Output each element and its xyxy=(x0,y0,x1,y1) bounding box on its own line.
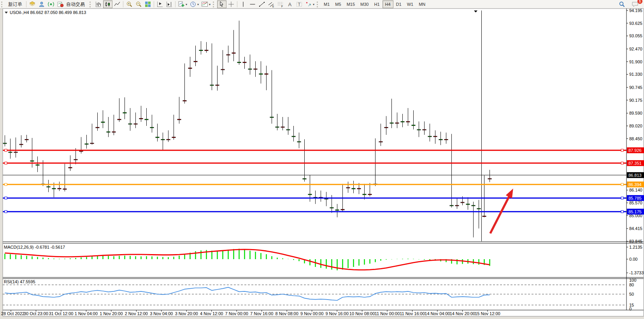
price-tick-label: 91.900 xyxy=(629,59,642,64)
price-badge: 85.175 xyxy=(627,209,644,214)
svg-text:87.351: 87.351 xyxy=(628,161,642,166)
date-label: 2 Nov 12:00 xyxy=(125,311,148,316)
price-tick-label: 85.570 xyxy=(629,200,642,205)
rsi-tick-label: 100 xyxy=(629,278,636,282)
date-label: 8 Nov 08:00 xyxy=(275,311,298,316)
date-label: 9 Nov 16:00 xyxy=(325,311,348,316)
macd-tick-label: 0.00 xyxy=(629,257,637,261)
date-label: 7 Nov 00:00 xyxy=(225,311,248,316)
date-label: 14 Nov 20:00 xyxy=(450,311,475,316)
price-tick-label: 84.415 xyxy=(629,226,642,231)
price-tick-label: 91.330 xyxy=(629,72,642,77)
price-badge: 86.813 xyxy=(627,172,644,178)
price-badge: 85.785 xyxy=(627,195,644,201)
price-tick-label: 93.625 xyxy=(629,21,642,26)
price-badge: 86.394 xyxy=(627,181,644,187)
price-tick-label: 89.590 xyxy=(629,111,642,115)
date-label: 11 Nov 16:00 xyxy=(400,311,425,316)
macd-label: MACD(12,26,9) -0.6781 -0.5617 xyxy=(4,245,65,249)
date-label: 4 Nov 12:00 xyxy=(200,311,223,316)
price-tick-label: 90.745 xyxy=(629,85,642,90)
chart-title-bar: USOil-,H4 86.662 87.050 86.499 86.813 xyxy=(5,10,86,15)
date-label: 3 Nov 20:00 xyxy=(175,311,198,316)
date-label: 15 Nov 12:00 xyxy=(475,311,500,316)
date-label: 3 Nov 04:00 xyxy=(150,311,173,316)
svg-text:86.813: 86.813 xyxy=(628,173,642,178)
macd-tick-label: -1.3733 xyxy=(629,270,644,275)
chart-canvas[interactable]: 94.19593.62593.05592.47091.90091.33090.7… xyxy=(0,0,644,319)
price-tick-label: 89.020 xyxy=(629,124,642,128)
price-badge: 87.351 xyxy=(627,160,644,166)
price-tick-label: 93.055 xyxy=(629,33,642,38)
date-axis[interactable]: 28 Oct 202230 Oct 23:0031 Oct 12:001 Nov… xyxy=(1,310,500,316)
svg-text:85.175: 85.175 xyxy=(628,209,642,214)
chart-title: USOil-,H4 86.662 87.050 86.499 86.813 xyxy=(10,10,86,15)
date-label: 28 Oct 2022 xyxy=(1,311,25,316)
rsi-tick-label: 80 xyxy=(629,282,634,287)
price-tick-label: 86.140 xyxy=(629,188,642,192)
date-label: 7 Nov 16:00 xyxy=(250,311,273,316)
date-label: 10 Nov 08:00 xyxy=(349,311,375,316)
price-tick-label: 83.845 xyxy=(629,239,642,244)
date-label: 1 Nov 04:00 xyxy=(75,311,98,316)
date-label: 11 Nov 00:00 xyxy=(375,311,400,316)
date-label: 31 Oct 12:00 xyxy=(49,311,73,316)
rsi-tick-label: 50 xyxy=(629,292,634,296)
price-badge: 87.926 xyxy=(627,147,644,153)
svg-text:87.926: 87.926 xyxy=(628,148,642,153)
price-tick-label: 94.195 xyxy=(629,8,642,13)
price-tick-label: 90.175 xyxy=(629,98,642,103)
date-label: 9 Nov 00:00 xyxy=(300,311,323,316)
date-label: 1 Nov 20:00 xyxy=(100,311,123,316)
rsi-tick-label: 0 xyxy=(629,307,632,311)
price-tick-label: 92.470 xyxy=(629,47,642,51)
macd-tick-label: 1.2135 xyxy=(629,245,642,249)
price-tick-label: 88.450 xyxy=(629,136,642,141)
rsi-label: RSI(14) 47.5595 xyxy=(4,279,35,284)
date-label: 14 Nov 04:00 xyxy=(425,311,450,316)
svg-text:86.394: 86.394 xyxy=(628,182,642,187)
date-label: 30 Oct 23:00 xyxy=(24,311,48,316)
svg-text:85.785: 85.785 xyxy=(628,196,642,200)
